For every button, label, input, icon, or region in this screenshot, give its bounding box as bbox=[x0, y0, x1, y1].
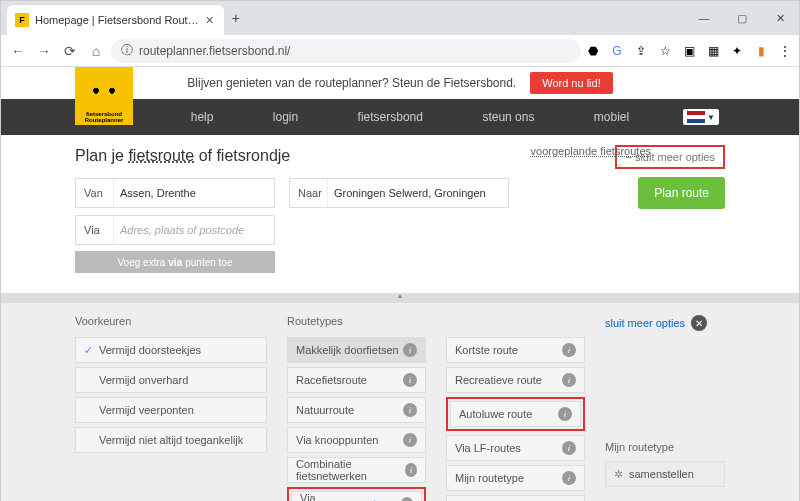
pref-option[interactable]: ✓Vermijd onverhard bbox=[75, 367, 267, 393]
pref-option[interactable]: ✓Vermijd doorsteekjes bbox=[75, 337, 267, 363]
info-icon[interactable]: i bbox=[405, 463, 417, 477]
chevron-down-icon: ▼ bbox=[707, 113, 715, 122]
language-select[interactable]: ▼ bbox=[683, 109, 719, 125]
tab-title: Homepage | Fietsersbond Rout… bbox=[35, 14, 199, 26]
routetype-option[interactable]: Natuurroutei bbox=[287, 397, 426, 423]
ext-icon[interactable]: ▣ bbox=[681, 43, 697, 59]
lock-icon: ⓘ bbox=[121, 42, 133, 59]
maximize-button[interactable]: ▢ bbox=[723, 3, 761, 33]
info-icon[interactable]: i bbox=[403, 433, 417, 447]
gear-icon: ✲ bbox=[614, 468, 623, 481]
add-via-button[interactable]: Voeg extra via punten toe bbox=[75, 251, 275, 273]
collapse-handle[interactable] bbox=[1, 293, 799, 303]
routetype-option[interactable]: Via knooppunteni bbox=[287, 427, 426, 453]
nav-login[interactable]: login bbox=[273, 110, 298, 124]
info-icon[interactable]: i bbox=[562, 441, 576, 455]
nav-steun[interactable]: steun ons bbox=[482, 110, 534, 124]
routetype-option[interactable]: Mijn routetypei bbox=[446, 465, 585, 491]
info-icon[interactable]: i bbox=[403, 343, 417, 357]
to-field[interactable]: Naar Groningen Selwerd, Groningen bbox=[289, 178, 509, 208]
routetype-option[interactable]: Via LF-routesi bbox=[446, 435, 585, 461]
close-icon[interactable]: ✕ bbox=[205, 14, 214, 27]
nav-mobiel[interactable]: mobiel bbox=[594, 110, 629, 124]
ext-icon[interactable]: G bbox=[609, 43, 625, 59]
address-bar[interactable]: ⓘ routeplanner.fietsersbond.nl/ bbox=[111, 39, 581, 63]
pre-planned-link[interactable]: voorgeplande fietsroutes bbox=[531, 145, 651, 157]
routetype-option[interactable]: Recreatieve routei bbox=[446, 367, 585, 393]
info-icon[interactable]: i bbox=[562, 471, 576, 485]
from-field[interactable]: Van Assen, Drenthe bbox=[75, 178, 275, 208]
info-icon[interactable]: i bbox=[558, 407, 572, 421]
routetype-option[interactable]: Autoluwe routei bbox=[450, 401, 581, 427]
puzzle-icon[interactable]: ✦ bbox=[729, 43, 745, 59]
flag-nl-icon bbox=[687, 111, 705, 123]
page-title: Plan je fietsroute of fietsrondje bbox=[75, 147, 290, 165]
via-field[interactable]: Via Adres, plaats of postcode bbox=[75, 215, 275, 245]
window-close-button[interactable]: ✕ bbox=[761, 3, 799, 33]
ext-icon[interactable]: ▮ bbox=[753, 43, 769, 59]
my-routetype-header: Mijn routetype bbox=[605, 441, 725, 453]
info-icon[interactable]: i bbox=[403, 403, 417, 417]
support-msg: Blijven genieten van de routeplanner? St… bbox=[187, 76, 516, 90]
browser-tab[interactable]: F Homepage | Fietsersbond Rout… ✕ bbox=[7, 5, 224, 35]
routetype-option[interactable]: Via strooiroutesNieuw!i bbox=[291, 491, 422, 501]
ext-icon[interactable]: ▦ bbox=[705, 43, 721, 59]
routetype-option[interactable]: Combinatie fietsnetwerkeni bbox=[287, 457, 426, 483]
nav-fietsersbond[interactable]: fietsersbond bbox=[358, 110, 423, 124]
close-options-link[interactable]: sluit meer opties ✕ bbox=[605, 315, 725, 331]
info-icon[interactable]: i bbox=[403, 373, 417, 387]
routetype-option[interactable]: Racefietsroutei bbox=[287, 367, 426, 393]
logo[interactable]: fietsersbond Routeplanner bbox=[75, 67, 133, 125]
pref-option[interactable]: ✓Vermijd niet altijd toegankelijk bbox=[75, 427, 267, 453]
nav-help[interactable]: help bbox=[191, 110, 214, 124]
routetype-option[interactable]: Kortste routei bbox=[446, 337, 585, 363]
compose-routetype-button[interactable]: ✲ samenstellen bbox=[605, 461, 725, 487]
back-button[interactable]: ← bbox=[7, 40, 29, 62]
home-button[interactable]: ⌂ bbox=[85, 40, 107, 62]
minimize-button[interactable]: — bbox=[685, 3, 723, 33]
reload-button[interactable]: ⟳ bbox=[59, 40, 81, 62]
cta-button[interactable]: Word nu lid! bbox=[530, 72, 613, 94]
forward-button[interactable]: → bbox=[33, 40, 55, 62]
info-icon[interactable]: i bbox=[401, 497, 413, 501]
star-icon[interactable]: ☆ bbox=[657, 43, 673, 59]
favicon-icon: F bbox=[15, 13, 29, 27]
routetype-option[interactable]: Fietsbewusti bbox=[446, 495, 585, 501]
routetypes-header: Routetypes bbox=[287, 315, 426, 327]
routetype-option[interactable]: Makkelijk doorfietseni bbox=[287, 337, 426, 363]
info-icon[interactable]: i bbox=[562, 373, 576, 387]
ext-icon[interactable]: ⬣ bbox=[585, 43, 601, 59]
plan-route-button[interactable]: Plan route bbox=[638, 177, 725, 209]
ext-icon[interactable]: ⇪ bbox=[633, 43, 649, 59]
close-icon: ✕ bbox=[691, 315, 707, 331]
voorkeuren-header: Voorkeuren bbox=[75, 315, 267, 327]
new-tab-button[interactable]: + bbox=[232, 10, 240, 26]
info-icon[interactable]: i bbox=[562, 343, 576, 357]
pref-option[interactable]: ✓Vermijd veerponten bbox=[75, 397, 267, 423]
menu-icon[interactable]: ⋮ bbox=[777, 43, 793, 59]
url-text: routeplanner.fietsersbond.nl/ bbox=[139, 44, 290, 58]
